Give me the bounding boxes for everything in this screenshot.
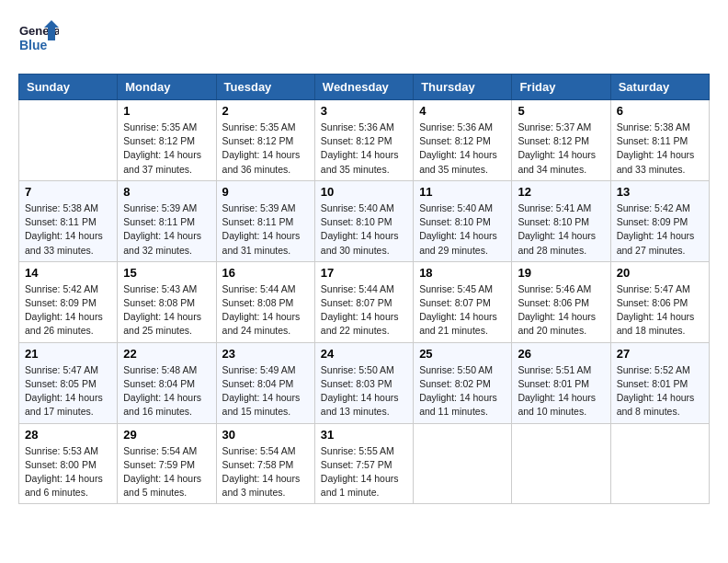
day-number: 22: [123, 347, 210, 361]
day-number: 20: [617, 266, 703, 280]
calendar-cell: 21Sunrise: 5:47 AMSunset: 8:05 PMDayligh…: [19, 342, 118, 423]
calendar-cell: 23Sunrise: 5:49 AMSunset: 8:04 PMDayligh…: [216, 342, 314, 423]
calendar-cell: 3Sunrise: 5:36 AMSunset: 8:12 PMDaylight…: [314, 100, 413, 181]
calendar-cell: [512, 423, 610, 504]
calendar-week-row: 21Sunrise: 5:47 AMSunset: 8:05 PMDayligh…: [19, 342, 710, 423]
day-number: 7: [25, 185, 111, 199]
day-info: Sunrise: 5:45 AMSunset: 8:07 PMDaylight:…: [419, 282, 506, 339]
calendar-cell: 5Sunrise: 5:37 AMSunset: 8:12 PMDaylight…: [512, 100, 610, 181]
day-number: 31: [321, 428, 407, 442]
day-number: 11: [419, 185, 506, 199]
day-info: Sunrise: 5:47 AMSunset: 8:06 PMDaylight:…: [617, 282, 703, 339]
weekday-header-saturday: Saturday: [610, 75, 709, 100]
day-info: Sunrise: 5:42 AMSunset: 8:09 PMDaylight:…: [617, 201, 703, 258]
day-number: 4: [419, 104, 506, 118]
day-number: 14: [25, 266, 111, 280]
day-number: 30: [222, 428, 309, 442]
day-info: Sunrise: 5:38 AMSunset: 8:11 PMDaylight:…: [617, 121, 703, 177]
weekday-header-friday: Friday: [512, 75, 610, 100]
calendar-cell: 9Sunrise: 5:39 AMSunset: 8:11 PMDaylight…: [216, 180, 314, 261]
calendar-cell: 4Sunrise: 5:36 AMSunset: 8:12 PMDaylight…: [414, 100, 512, 181]
calendar-cell: [19, 100, 118, 181]
day-info: Sunrise: 5:52 AMSunset: 8:01 PMDaylight:…: [617, 363, 703, 419]
day-number: 5: [518, 104, 604, 118]
calendar-cell: 6Sunrise: 5:38 AMSunset: 8:11 PMDaylight…: [610, 100, 709, 181]
day-info: Sunrise: 5:50 AMSunset: 8:03 PMDaylight:…: [321, 363, 407, 419]
calendar-cell: 20Sunrise: 5:47 AMSunset: 8:06 PMDayligh…: [610, 261, 709, 342]
day-info: Sunrise: 5:39 AMSunset: 8:11 PMDaylight:…: [222, 201, 309, 258]
day-number: 17: [321, 266, 407, 280]
calendar-cell: [610, 423, 709, 504]
day-number: 3: [321, 104, 407, 118]
weekday-header-row: SundayMondayTuesdayWednesdayThursdayFrid…: [19, 75, 710, 100]
day-number: 13: [617, 185, 703, 199]
calendar-week-row: 14Sunrise: 5:42 AMSunset: 8:09 PMDayligh…: [19, 261, 710, 342]
day-number: 1: [123, 104, 210, 118]
calendar-week-row: 28Sunrise: 5:53 AMSunset: 8:00 PMDayligh…: [19, 423, 710, 504]
page-header: General Blue: [18, 18, 710, 59]
calendar-cell: 13Sunrise: 5:42 AMSunset: 8:09 PMDayligh…: [610, 180, 709, 261]
calendar-cell: 18Sunrise: 5:45 AMSunset: 8:07 PMDayligh…: [414, 261, 512, 342]
day-number: 23: [222, 347, 309, 361]
day-info: Sunrise: 5:55 AMSunset: 7:57 PMDaylight:…: [321, 444, 407, 500]
day-info: Sunrise: 5:46 AMSunset: 8:06 PMDaylight:…: [518, 282, 604, 339]
calendar-cell: 7Sunrise: 5:38 AMSunset: 8:11 PMDaylight…: [19, 180, 118, 261]
calendar-cell: 26Sunrise: 5:51 AMSunset: 8:01 PMDayligh…: [512, 342, 610, 423]
day-info: Sunrise: 5:39 AMSunset: 8:11 PMDaylight:…: [123, 201, 210, 258]
calendar-cell: 1Sunrise: 5:35 AMSunset: 8:12 PMDaylight…: [118, 100, 216, 181]
day-number: 2: [222, 104, 309, 118]
day-info: Sunrise: 5:49 AMSunset: 8:04 PMDaylight:…: [222, 363, 309, 419]
day-info: Sunrise: 5:41 AMSunset: 8:10 PMDaylight:…: [518, 201, 604, 258]
calendar-table: SundayMondayTuesdayWednesdayThursdayFrid…: [18, 74, 710, 504]
calendar-cell: 12Sunrise: 5:41 AMSunset: 8:10 PMDayligh…: [512, 180, 610, 261]
calendar-cell: 22Sunrise: 5:48 AMSunset: 8:04 PMDayligh…: [118, 342, 216, 423]
calendar-week-row: 1Sunrise: 5:35 AMSunset: 8:12 PMDaylight…: [19, 100, 710, 181]
day-number: 26: [518, 347, 604, 361]
day-number: 27: [617, 347, 703, 361]
day-info: Sunrise: 5:54 AMSunset: 7:58 PMDaylight:…: [222, 444, 309, 500]
calendar-cell: 14Sunrise: 5:42 AMSunset: 8:09 PMDayligh…: [19, 261, 118, 342]
weekday-header-tuesday: Tuesday: [216, 75, 314, 100]
day-info: Sunrise: 5:42 AMSunset: 8:09 PMDaylight:…: [25, 282, 111, 339]
calendar-cell: 25Sunrise: 5:50 AMSunset: 8:02 PMDayligh…: [414, 342, 512, 423]
day-number: 18: [419, 266, 506, 280]
day-info: Sunrise: 5:51 AMSunset: 8:01 PMDaylight:…: [518, 363, 604, 419]
day-info: Sunrise: 5:35 AMSunset: 8:12 PMDaylight:…: [222, 121, 309, 177]
day-number: 12: [518, 185, 604, 199]
day-info: Sunrise: 5:50 AMSunset: 8:02 PMDaylight:…: [419, 363, 506, 419]
day-info: Sunrise: 5:48 AMSunset: 8:04 PMDaylight:…: [123, 363, 210, 419]
logo-svg: General Blue: [18, 18, 59, 59]
day-info: Sunrise: 5:47 AMSunset: 8:05 PMDaylight:…: [25, 363, 111, 419]
day-number: 16: [222, 266, 309, 280]
day-info: Sunrise: 5:35 AMSunset: 8:12 PMDaylight:…: [123, 121, 210, 177]
day-number: 24: [321, 347, 407, 361]
day-info: Sunrise: 5:36 AMSunset: 8:12 PMDaylight:…: [321, 121, 407, 177]
calendar-cell: 27Sunrise: 5:52 AMSunset: 8:01 PMDayligh…: [610, 342, 709, 423]
weekday-header-monday: Monday: [118, 75, 216, 100]
calendar-cell: 8Sunrise: 5:39 AMSunset: 8:11 PMDaylight…: [118, 180, 216, 261]
weekday-header-thursday: Thursday: [414, 75, 512, 100]
calendar-cell: 15Sunrise: 5:43 AMSunset: 8:08 PMDayligh…: [118, 261, 216, 342]
day-info: Sunrise: 5:43 AMSunset: 8:08 PMDaylight:…: [123, 282, 210, 339]
day-info: Sunrise: 5:38 AMSunset: 8:11 PMDaylight:…: [25, 201, 111, 258]
day-number: 9: [222, 185, 309, 199]
calendar-cell: 2Sunrise: 5:35 AMSunset: 8:12 PMDaylight…: [216, 100, 314, 181]
day-number: 8: [123, 185, 210, 199]
day-info: Sunrise: 5:44 AMSunset: 8:07 PMDaylight:…: [321, 282, 407, 339]
calendar-cell: 17Sunrise: 5:44 AMSunset: 8:07 PMDayligh…: [314, 261, 413, 342]
day-info: Sunrise: 5:53 AMSunset: 8:00 PMDaylight:…: [25, 444, 111, 500]
svg-text:Blue: Blue: [19, 38, 48, 52]
day-number: 6: [617, 104, 703, 118]
calendar-cell: [414, 423, 512, 504]
day-number: 28: [25, 428, 111, 442]
calendar-week-row: 7Sunrise: 5:38 AMSunset: 8:11 PMDaylight…: [19, 180, 710, 261]
calendar-cell: 30Sunrise: 5:54 AMSunset: 7:58 PMDayligh…: [216, 423, 314, 504]
day-info: Sunrise: 5:40 AMSunset: 8:10 PMDaylight:…: [419, 201, 506, 258]
day-number: 10: [321, 185, 407, 199]
day-info: Sunrise: 5:36 AMSunset: 8:12 PMDaylight:…: [419, 121, 506, 177]
calendar-cell: 11Sunrise: 5:40 AMSunset: 8:10 PMDayligh…: [414, 180, 512, 261]
day-info: Sunrise: 5:44 AMSunset: 8:08 PMDaylight:…: [222, 282, 309, 339]
day-info: Sunrise: 5:37 AMSunset: 8:12 PMDaylight:…: [518, 121, 604, 177]
weekday-header-wednesday: Wednesday: [314, 75, 413, 100]
day-number: 19: [518, 266, 604, 280]
